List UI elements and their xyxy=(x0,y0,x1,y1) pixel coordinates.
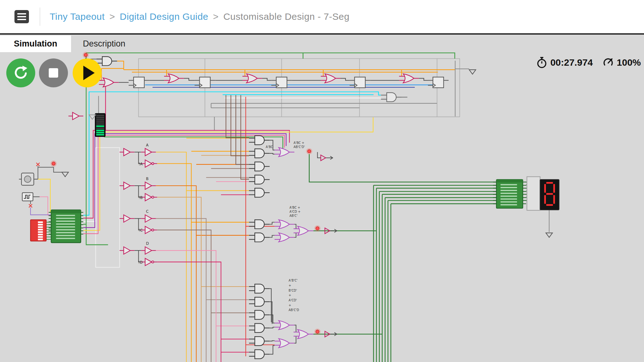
buffer[interactable] xyxy=(141,247,156,254)
or1-input-label: A'BC xyxy=(266,145,273,149)
and-gate[interactable] xyxy=(249,188,270,197)
or-gate[interactable] xyxy=(99,78,119,87)
seven-seg-decoder-ic[interactable] xyxy=(493,179,526,208)
ground-symbol[interactable] xyxy=(546,233,552,237)
or-gate[interactable] xyxy=(275,321,294,330)
input-node[interactable] xyxy=(36,163,39,166)
push-button[interactable] xyxy=(19,173,38,185)
display-pin-block[interactable] xyxy=(527,177,540,210)
expr3-line3: B'CD' xyxy=(289,289,297,292)
d-flip-flop[interactable] xyxy=(271,77,292,88)
and-gate[interactable] xyxy=(249,310,270,320)
or-gate[interactable] xyxy=(321,74,341,83)
header-divider xyxy=(40,8,40,26)
app-window: A !A B !B C !C D !D A'BC A'BC + AB'C'D' … xyxy=(0,0,644,362)
signal-label-not-c: !C xyxy=(139,228,143,233)
led[interactable] xyxy=(314,225,321,232)
expr3-line5: A'CD' xyxy=(289,299,297,302)
wires-gray xyxy=(98,61,549,232)
signal-label-not-d: !D xyxy=(138,260,143,265)
or-gate[interactable] xyxy=(294,330,314,339)
sim-speed: 100% xyxy=(602,57,641,69)
seven-segment-display[interactable] xyxy=(540,179,559,210)
and-gate[interactable] xyxy=(381,93,402,102)
or-gate[interactable] xyxy=(275,233,294,242)
and-gate[interactable] xyxy=(249,149,270,158)
stopwatch-icon xyxy=(536,57,548,69)
expr2-line1: A'BC + xyxy=(289,206,300,209)
and-gate[interactable] xyxy=(249,297,270,306)
buffer[interactable] xyxy=(119,182,134,189)
sim-timer: 00:27.974 xyxy=(536,57,593,69)
not-gate[interactable] xyxy=(141,226,157,233)
and-gate[interactable] xyxy=(249,175,270,184)
d-flip-flop[interactable] xyxy=(129,77,149,88)
buffer[interactable] xyxy=(69,112,83,119)
stop-icon xyxy=(49,68,58,78)
led-bar-graph[interactable] xyxy=(95,113,105,136)
breadcrumb-link-digital-design-guide[interactable]: Digital Design Guide xyxy=(120,11,208,22)
buffer[interactable] xyxy=(141,215,156,222)
and-gate[interactable] xyxy=(249,233,270,242)
top-bar: Tiny Tapeout > Digital Design Guide > Cu… xyxy=(0,0,644,35)
or-gate[interactable] xyxy=(275,148,294,157)
or-gate[interactable] xyxy=(294,226,314,235)
wires-bus-bundle xyxy=(83,84,373,233)
or-gate[interactable] xyxy=(275,220,294,229)
and-gate[interactable] xyxy=(97,57,117,66)
led[interactable] xyxy=(51,161,57,167)
not-gate[interactable] xyxy=(141,194,157,201)
menu-icon xyxy=(17,13,26,14)
status-bar: 00:27.974 100% xyxy=(536,57,641,69)
menu-button[interactable] xyxy=(14,10,29,23)
led[interactable] xyxy=(83,52,89,58)
d-flip-flop[interactable] xyxy=(428,77,449,88)
ground-symbol[interactable] xyxy=(89,115,96,119)
and-gate[interactable] xyxy=(249,350,270,359)
not-gate[interactable] xyxy=(141,258,157,266)
play-button[interactable] xyxy=(73,58,102,87)
tab-simulation[interactable]: Simulation xyxy=(0,36,71,52)
or-gate[interactable] xyxy=(164,74,184,83)
expr3-line4: + xyxy=(289,293,291,297)
stop-button[interactable] xyxy=(39,58,68,87)
clock-source[interactable] xyxy=(22,193,33,201)
led[interactable] xyxy=(314,329,321,335)
d-flip-flop[interactable] xyxy=(350,77,370,88)
signal-label-a: A xyxy=(146,143,148,147)
dip-switch[interactable] xyxy=(31,220,46,241)
tab-description[interactable]: Description xyxy=(71,36,137,52)
not-gate[interactable] xyxy=(141,160,157,167)
input-ic[interactable] xyxy=(49,210,83,243)
and-gate[interactable] xyxy=(249,162,270,171)
sim-time-value: 00:27.974 xyxy=(550,57,593,68)
breadcrumb: Tiny Tapeout > Digital Design Guide > Cu… xyxy=(50,11,349,22)
buffer[interactable] xyxy=(141,182,156,189)
signal-label-not-b: !B xyxy=(139,195,143,200)
circuit-canvas[interactable]: A !A B !B C !C D !D A'BC A'BC + AB'C'D' … xyxy=(0,0,644,362)
d-flip-flop[interactable] xyxy=(195,77,215,88)
play-icon xyxy=(83,66,95,80)
signal-label-c: C xyxy=(146,209,148,214)
ground-symbol[interactable] xyxy=(469,70,476,74)
expr3-line1: A'B'C' xyxy=(289,279,297,282)
and-gate[interactable] xyxy=(249,323,270,332)
breadcrumb-link-tiny-tapeout[interactable]: Tiny Tapeout xyxy=(50,11,105,22)
led[interactable] xyxy=(306,148,313,155)
reset-button[interactable] xyxy=(6,58,35,87)
input-node[interactable] xyxy=(29,204,32,207)
expr3-line6: + xyxy=(289,304,291,307)
ground-symbol[interactable] xyxy=(62,172,69,177)
signal-label-not-a: !A xyxy=(139,162,143,166)
or-gate[interactable] xyxy=(399,74,419,83)
buffer[interactable] xyxy=(141,148,156,156)
buffer[interactable] xyxy=(119,215,134,222)
and-gate[interactable] xyxy=(249,220,270,229)
buffer[interactable] xyxy=(119,148,134,156)
or-gate[interactable] xyxy=(242,74,262,83)
and-gate[interactable] xyxy=(249,284,270,293)
buffer[interactable] xyxy=(119,247,134,254)
and-gate[interactable] xyxy=(249,337,270,346)
expr2-line3: AB'C' xyxy=(289,214,297,217)
or-gate[interactable] xyxy=(275,339,294,348)
